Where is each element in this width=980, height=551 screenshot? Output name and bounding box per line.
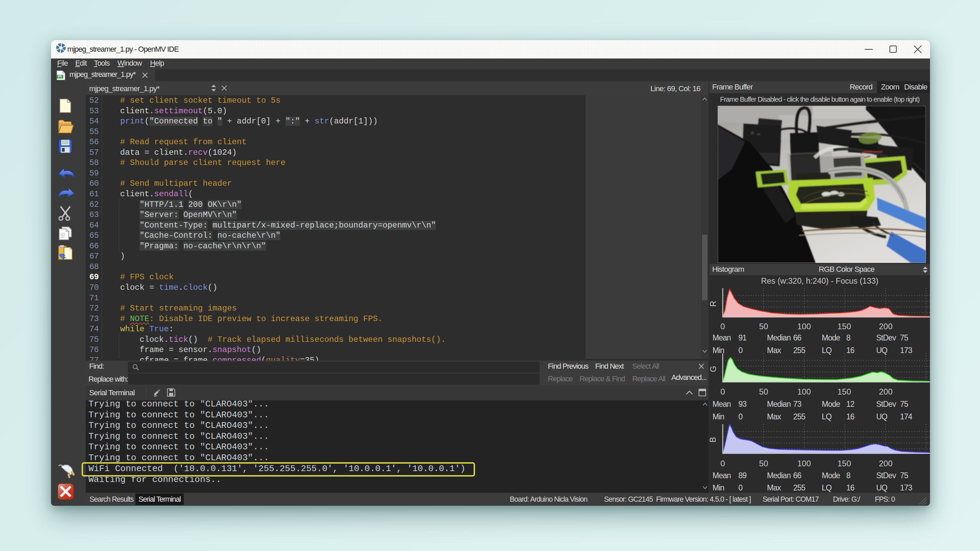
svg-text:PY: PY — [58, 75, 62, 79]
